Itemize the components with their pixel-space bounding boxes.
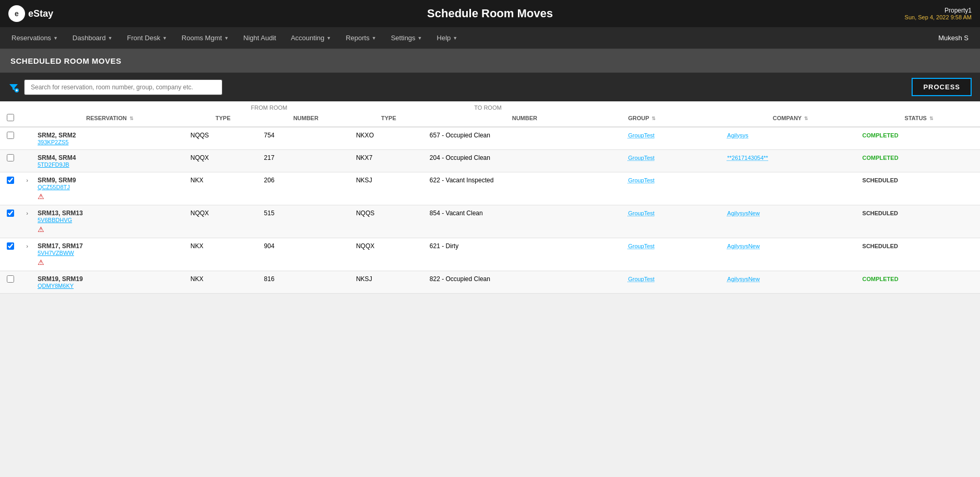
col-header-group: GROUP ⇅: [624, 112, 723, 127]
row-checkbox-4[interactable]: [7, 242, 14, 250]
status-badge-0: COMPLETED: [863, 132, 899, 138]
status-cell-5: COMPLETED: [858, 271, 980, 294]
group-link-1[interactable]: GroupTest: [628, 155, 655, 161]
nav-item-night-audit[interactable]: Night Audit: [236, 27, 284, 49]
process-button[interactable]: PROCESS: [912, 78, 972, 96]
reservation-link-1[interactable]: 5TD2FD9JB: [38, 161, 182, 168]
col-header-check: [0, 112, 21, 127]
to-type-4: NQQX: [352, 238, 426, 271]
to-number-2: 622 - Vacant Inspected: [426, 172, 624, 205]
to-type-0: NKXO: [352, 127, 426, 150]
from-type-0: NQQS: [186, 127, 260, 150]
group-link-4[interactable]: GroupTest: [628, 243, 655, 249]
nav-item-dashboard[interactable]: Dashboard▼: [65, 27, 120, 49]
row-checkbox-5[interactable]: [7, 275, 14, 283]
from-number-1: 217: [260, 150, 352, 172]
from-number-3: 515: [260, 205, 352, 238]
nav-item-reservations[interactable]: Reservations▼: [4, 27, 65, 49]
reservation-link-0[interactable]: 393KP2ZS5: [38, 139, 182, 145]
nav-arrow-dashboard: ▼: [108, 36, 112, 41]
reservation-cell-5: SRM19, SRM19QDMY8M6KY: [33, 271, 186, 294]
nav-item-accounting[interactable]: Accounting▼: [284, 27, 338, 49]
expand-arrow-2[interactable]: ›: [26, 177, 28, 183]
status-cell-3: SCHEDULED: [858, 205, 980, 238]
col-header-expand: [21, 112, 33, 127]
expand-arrow-3[interactable]: ›: [26, 210, 28, 216]
nav-item-rooms-mgmt[interactable]: Rooms Mgmt▼: [174, 27, 236, 49]
company-link-4[interactable]: AgilysysNew: [727, 243, 760, 249]
nav-user[interactable]: Mukesh S: [931, 34, 976, 42]
to-number-0: 657 - Occupied Clean: [426, 127, 624, 150]
status-badge-2: SCHEDULED: [863, 177, 898, 183]
nav-arrow-reservations: ▼: [53, 36, 58, 41]
to-room-group-header: TO ROOM: [352, 101, 624, 112]
row-checkbox-3[interactable]: [7, 210, 14, 217]
reservation-link-4[interactable]: 5VH7VZBWW: [38, 250, 182, 256]
company-cell-3: AgilysysNew: [723, 205, 858, 238]
company-cell-0: Agilysys: [723, 127, 858, 150]
status-badge-1: COMPLETED: [863, 155, 899, 161]
group-cell-0: GroupTest: [624, 127, 723, 150]
group-cell-3: GroupTest: [624, 205, 723, 238]
from-type-2: NKX: [186, 172, 260, 205]
filter-button[interactable]: [8, 82, 19, 92]
col-header-status: STATUS ⇅: [858, 112, 980, 127]
select-all-checkbox[interactable]: [7, 114, 14, 121]
group-cell-2: GroupTest: [624, 172, 723, 205]
to-number-3: 854 - Vacant Clean: [426, 205, 624, 238]
col-header-from-type: TYPE: [186, 112, 260, 127]
top-right-info: Property1 Sun, Sep 4, 2022 9:58 AM: [905, 7, 972, 20]
reservation-name-5: SRM19, SRM19: [38, 275, 182, 283]
expand-arrow-4[interactable]: ›: [26, 243, 28, 249]
to-type-2: NKSJ: [352, 172, 426, 205]
nav-arrow-settings: ▼: [418, 36, 422, 41]
status-badge-4: SCHEDULED: [863, 243, 898, 249]
company-link-0[interactable]: Agilysys: [727, 132, 748, 138]
nav-arrow-front-desk: ▼: [162, 36, 167, 41]
nav-arrow-help: ▼: [453, 36, 457, 41]
reservation-cell-0: SRM2, SRM2393KP2ZS5: [33, 127, 186, 150]
status-badge-5: COMPLETED: [863, 276, 899, 282]
alert-icon-3: ⚠: [38, 225, 182, 234]
row-checkbox-1[interactable]: [7, 154, 14, 161]
to-type-5: NKSJ: [352, 271, 426, 294]
nav-item-reports[interactable]: Reports▼: [338, 27, 383, 49]
table-row: SRM2, SRM2393KP2ZS5NQQS754NKXO657 - Occu…: [0, 127, 980, 150]
section-header: SCHEDULED ROOM MOVES: [0, 49, 980, 73]
row-checkbox-2[interactable]: [7, 177, 14, 184]
to-number-5: 822 - Occupied Clean: [426, 271, 624, 294]
group-link-0[interactable]: GroupTest: [628, 132, 655, 138]
group-link-3[interactable]: GroupTest: [628, 210, 655, 216]
reservation-link-2[interactable]: QCZ55D8TJ: [38, 184, 182, 190]
group-cell-1: GroupTest: [624, 150, 723, 172]
from-number-5: 816: [260, 271, 352, 294]
nav-arrow-rooms-mgmt: ▼: [224, 36, 229, 41]
table-row: ›SRM13, SRM135V6BBDHVG⚠NQQX515NQQS854 - …: [0, 205, 980, 238]
alert-icon-2: ⚠: [38, 192, 182, 201]
status-cell-2: SCHEDULED: [858, 172, 980, 205]
reservation-link-3[interactable]: 5V6BBDHVG: [38, 217, 182, 223]
search-input[interactable]: [24, 79, 222, 95]
col-header-company: COMPANY ⇅: [723, 112, 858, 127]
status-badge-3: SCHEDULED: [863, 210, 898, 216]
company-link-3[interactable]: AgilysysNew: [727, 210, 760, 216]
row-checkbox-0[interactable]: [7, 132, 14, 139]
group-cell-4: GroupTest: [624, 238, 723, 271]
group-link-2[interactable]: GroupTest: [628, 177, 655, 183]
company-cell-1: **2617143054**: [723, 150, 858, 172]
company-link-1[interactable]: **2617143054**: [727, 155, 768, 161]
table-row: SRM19, SRM19QDMY8M6KYNKX816NKSJ822 - Occ…: [0, 271, 980, 294]
company-link-5[interactable]: AgilysysNew: [727, 276, 760, 282]
nav-item-help[interactable]: Help▼: [430, 27, 465, 49]
reservation-name-2: SRM9, SRM9: [38, 177, 182, 184]
nav-item-settings[interactable]: Settings▼: [384, 27, 430, 49]
status-cell-4: SCHEDULED: [858, 238, 980, 271]
logo-text: eStay: [28, 8, 53, 19]
group-link-5[interactable]: GroupTest: [628, 276, 655, 282]
reservation-name-0: SRM2, SRM2: [38, 132, 182, 139]
col-header-to-number: NUMBER: [426, 112, 624, 127]
table-container: FROM ROOM TO ROOM RESERVATION ⇅ TYPE NUM…: [0, 101, 980, 294]
reservation-link-5[interactable]: QDMY8M6KY: [38, 283, 182, 289]
company-cell-5: AgilysysNew: [723, 271, 858, 294]
nav-item-front-desk[interactable]: Front Desk▼: [120, 27, 174, 49]
